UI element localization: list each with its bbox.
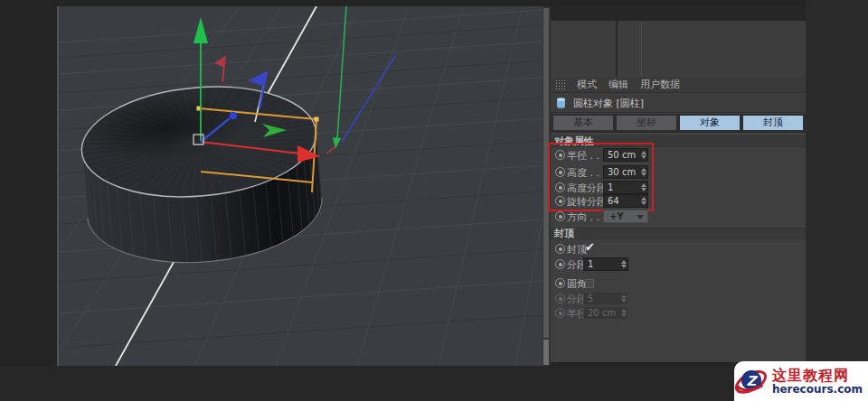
tab-caps[interactable]: 封顶 <box>743 116 803 130</box>
attr-label-cap: 封顶 <box>567 243 587 256</box>
right-margin <box>806 0 868 401</box>
keyframe-circle-icon[interactable] <box>555 182 565 192</box>
tab-coordinates[interactable]: 坐标 <box>617 116 676 130</box>
keyframe-circle-icon[interactable] <box>555 244 565 254</box>
viewport-left-border <box>57 6 59 366</box>
tab-object[interactable]: 对象 <box>680 116 740 130</box>
object-manager-empty[interactable] <box>551 21 806 77</box>
spinner-icon <box>621 308 627 318</box>
object-title: 圆柱对象 [圆柱] <box>573 97 644 110</box>
cylinder-object[interactable] <box>77 78 326 272</box>
checkbox-checked-icon[interactable]: ✔ <box>585 240 595 254</box>
panel-top-gap <box>551 6 806 21</box>
cylinder-icon <box>556 97 566 109</box>
height-segments-input[interactable]: 1 <box>603 181 648 194</box>
spinner-icon[interactable] <box>641 196 646 206</box>
section-header-object-props: 对象属性 <box>551 134 806 147</box>
secondary-y-axis-line <box>337 6 346 139</box>
attr-row-fillet: 圆角 <box>551 276 806 290</box>
attr-label-rotation-segments: 旋转分段 <box>567 195 607 209</box>
watermark-badge: Z 这里教程网 herecours.com <box>734 361 868 401</box>
attr-label-direction: 方向 . . . <box>567 210 606 224</box>
direction-dropdown[interactable]: +Y <box>603 210 648 223</box>
attr-label-height: 高度 . . . <box>567 166 606 180</box>
keyframe-circle-icon[interactable] <box>555 211 565 221</box>
red-flag-handle[interactable] <box>214 56 225 82</box>
object-title-row: 圆柱对象 [圆柱] <box>551 94 806 113</box>
attr-row-cap: 封顶 ✔ <box>551 242 806 256</box>
attr-label-radius: 半径 . . . <box>567 149 606 163</box>
scrollbar-foot[interactable] <box>543 340 549 365</box>
fillet-radius-input: 20 cm <box>583 306 628 320</box>
column-divider <box>641 21 642 77</box>
keyframe-circle-icon[interactable] <box>555 278 565 288</box>
rotation-segments-input[interactable]: 64 <box>603 194 648 208</box>
keyframe-circle-icon[interactable] <box>555 196 565 206</box>
attr-row-fillet-radius: 半径 20 cm <box>551 306 806 320</box>
attr-label-fillet: 圆角 <box>567 277 587 291</box>
viewport-3d[interactable] <box>59 6 542 366</box>
keyframe-circle-icon-disabled <box>555 308 565 318</box>
keyframe-circle-icon[interactable] <box>555 259 565 269</box>
attr-row-radius: 半径 . . . 50 cm <box>551 148 806 162</box>
menu-mode[interactable]: 模式 <box>577 78 597 91</box>
spinner-icon[interactable] <box>641 167 646 177</box>
watermark-logo-icon: Z <box>734 362 769 400</box>
attr-row-height-segments: 高度分段 1 <box>551 181 806 194</box>
height-input[interactable]: 30 cm <box>603 165 648 179</box>
spinner-icon <box>621 294 627 303</box>
app-window: 模式 编辑 用户数据 圆柱对象 [圆柱] 基本 坐标 对象 封顶 对象属性 半径… <box>0 0 868 401</box>
radius-input[interactable]: 50 cm <box>603 148 648 162</box>
secondary-x-axis-tick <box>326 146 335 154</box>
attribute-tabs: 基本 坐标 对象 封顶 <box>551 114 806 133</box>
attr-row-direction: 方向 . . . +Y <box>551 210 806 223</box>
attribute-menu-bar: 模式 编辑 用户数据 <box>551 77 806 93</box>
section-header-caps: 封顶 <box>551 226 806 239</box>
attr-row-height: 高度 . . . 30 cm <box>551 165 806 179</box>
viewport-canvas <box>59 6 542 366</box>
watermark-site-url: herecours.com <box>772 384 863 396</box>
attribute-manager: 模式 编辑 用户数据 圆柱对象 [圆柱] 基本 坐标 对象 封顶 对象属性 半径… <box>551 77 806 362</box>
attr-row-cap-segments: 分段 1 <box>551 257 806 271</box>
keyframe-circle-icon[interactable] <box>555 167 565 177</box>
keyframe-circle-icon-disabled <box>555 294 565 303</box>
menu-edit[interactable]: 编辑 <box>609 78 628 91</box>
menu-user-data[interactable]: 用户数据 <box>640 78 680 91</box>
keyframe-circle-icon[interactable] <box>555 150 565 160</box>
column-divider <box>616 21 618 77</box>
spinner-icon[interactable] <box>641 182 646 192</box>
tab-basic[interactable]: 基本 <box>553 116 613 130</box>
watermark-site-name: 这里教程网 <box>772 368 868 384</box>
panel-scrollbar[interactable] <box>542 6 551 366</box>
attr-label-height-segments: 高度分段 <box>567 182 607 195</box>
scrollbar-handle[interactable] <box>543 8 549 338</box>
spinner-icon[interactable] <box>641 150 646 160</box>
attr-row-rotation-segments: 旋转分段 64 <box>551 194 806 208</box>
cap-segments-input[interactable]: 1 <box>583 257 628 271</box>
checkbox-unchecked-icon[interactable] <box>585 279 594 288</box>
attr-row-fillet-segments: 分段 5 <box>551 292 806 305</box>
fillet-segments-input: 5 <box>583 292 628 305</box>
menu-grid-icon[interactable] <box>556 80 565 89</box>
spinner-icon[interactable] <box>621 259 627 269</box>
